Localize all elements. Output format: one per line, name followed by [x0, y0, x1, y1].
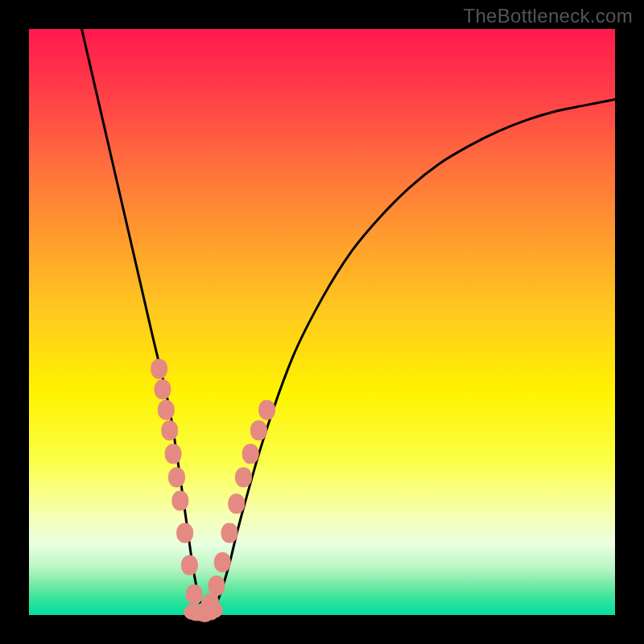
svg-rect-9	[186, 585, 202, 605]
valley-bottom-markers	[184, 603, 222, 621]
svg-rect-19	[259, 400, 275, 419]
svg-rect-1	[155, 380, 171, 399]
svg-rect-3	[162, 421, 178, 440]
svg-rect-13	[214, 552, 230, 572]
svg-rect-18	[250, 421, 266, 440]
svg-rect-12	[208, 576, 225, 596]
svg-rect-25	[204, 603, 222, 617]
svg-rect-14	[221, 523, 237, 543]
chart-svg	[29, 29, 615, 615]
svg-rect-4	[165, 444, 181, 464]
svg-rect-8	[181, 555, 197, 575]
right-branch-markers	[196, 400, 275, 621]
svg-rect-6	[172, 491, 188, 510]
svg-rect-15	[229, 494, 245, 514]
svg-rect-2	[158, 400, 174, 419]
watermark-text: TheBottleneck.com	[463, 5, 633, 27]
bottleneck-curve	[82, 29, 615, 615]
left-branch-markers	[151, 359, 203, 604]
plot-area	[29, 29, 615, 615]
chart-frame: TheBottleneck.com	[0, 0, 644, 644]
svg-rect-17	[242, 444, 258, 464]
svg-rect-16	[235, 468, 251, 487]
svg-rect-7	[177, 523, 193, 543]
svg-rect-5	[168, 468, 184, 487]
svg-rect-0	[151, 359, 167, 378]
